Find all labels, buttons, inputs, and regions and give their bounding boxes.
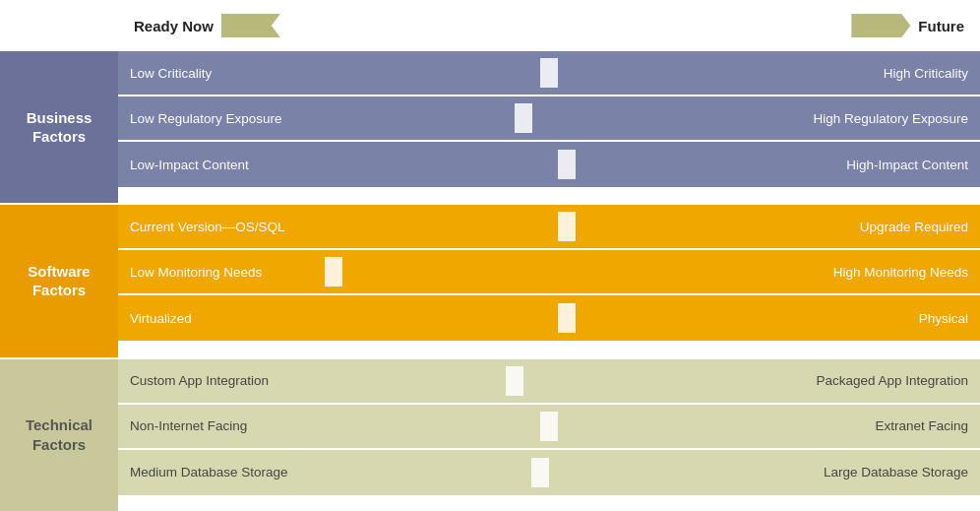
- sections-container: Business FactorsLow CriticalityHigh Crit…: [0, 51, 980, 511]
- row-right-label-business-2: High-Impact Content: [394, 158, 980, 172]
- row-left-label-business-0: Low Criticality: [118, 66, 394, 81]
- row-right-label-technical-0: Packaged App Integration: [394, 373, 980, 388]
- header-row: Ready Now Future: [0, 0, 980, 51]
- row-right-label-technical-1: Extranet Facing: [394, 418, 980, 433]
- row-left-label-technical-2: Medium Database Storage: [118, 465, 394, 479]
- factor-row-technical-2: Medium Database StorageLarge Database St…: [118, 450, 980, 495]
- rows-container-business: Low CriticalityHigh CriticalityLow Regul…: [118, 51, 980, 203]
- marker-business-0: [540, 58, 558, 88]
- section-label-technical: Technical Factors: [0, 359, 118, 511]
- arrow-left-icon: [221, 14, 280, 37]
- row-right-label-business-1: High Regulatory Exposure: [394, 111, 980, 126]
- row-right-label-technical-2: Large Database Storage: [394, 465, 980, 479]
- main-container: Ready Now Future Business FactorsLow Cri…: [0, 0, 980, 511]
- marker-software-1: [325, 257, 342, 287]
- marker-technical-0: [506, 366, 523, 396]
- rows-container-software: Current Version—OS/SQLUpgrade RequiredLo…: [118, 205, 980, 356]
- future-label: Future: [918, 18, 964, 34]
- row-right-label-business-0: High Criticality: [394, 66, 980, 81]
- section-technical: Technical FactorsCustom App IntegrationP…: [0, 359, 980, 511]
- factor-row-business-2: Low-Impact ContentHigh-Impact Content: [118, 142, 980, 187]
- factor-row-software-0: Current Version—OS/SQLUpgrade Required: [118, 205, 980, 250]
- rows-container-technical: Custom App IntegrationPackaged App Integ…: [118, 359, 980, 511]
- factor-row-business-0: Low CriticalityHigh Criticality: [118, 51, 980, 96]
- marker-software-2: [558, 303, 576, 333]
- arrow-right-icon: [851, 14, 910, 37]
- row-left-label-business-1: Low Regulatory Exposure: [118, 111, 394, 126]
- row-right-label-software-0: Upgrade Required: [394, 220, 980, 234]
- row-right-label-software-2: Physical: [394, 311, 980, 326]
- row-left-label-technical-1: Non-Internet Facing: [118, 418, 394, 433]
- row-left-label-technical-0: Custom App Integration: [118, 373, 394, 388]
- row-left-label-software-0: Current Version—OS/SQL: [118, 220, 394, 234]
- row-left-label-software-1: Low Monitoring Needs: [118, 265, 394, 280]
- section-label-business: Business Factors: [0, 51, 118, 203]
- header-content: Ready Now Future: [118, 14, 980, 37]
- header-future: Future: [851, 14, 964, 37]
- marker-technical-1: [540, 412, 558, 441]
- section-label-software: Software Factors: [0, 205, 118, 356]
- header-ready: Ready Now: [134, 14, 280, 37]
- factor-row-technical-1: Non-Internet FacingExtranet Facing: [118, 405, 980, 450]
- row-right-label-software-1: High Monitoring Needs: [394, 265, 980, 280]
- factor-row-business-1: Low Regulatory ExposureHigh Regulatory E…: [118, 96, 980, 142]
- marker-business-2: [558, 150, 576, 179]
- marker-software-0: [558, 212, 576, 241]
- row-left-label-software-2: Virtualized: [118, 311, 394, 326]
- marker-business-1: [515, 103, 532, 133]
- marker-technical-2: [531, 458, 549, 487]
- ready-now-label: Ready Now: [134, 18, 214, 34]
- section-software: Software FactorsCurrent Version—OS/SQLUp…: [0, 205, 980, 356]
- factor-row-software-1: Low Monitoring NeedsHigh Monitoring Need…: [118, 250, 980, 295]
- row-left-label-business-2: Low-Impact Content: [118, 158, 394, 172]
- section-business: Business FactorsLow CriticalityHigh Crit…: [0, 51, 980, 203]
- factor-row-software-2: VirtualizedPhysical: [118, 295, 980, 341]
- factor-row-technical-0: Custom App IntegrationPackaged App Integ…: [118, 359, 980, 405]
